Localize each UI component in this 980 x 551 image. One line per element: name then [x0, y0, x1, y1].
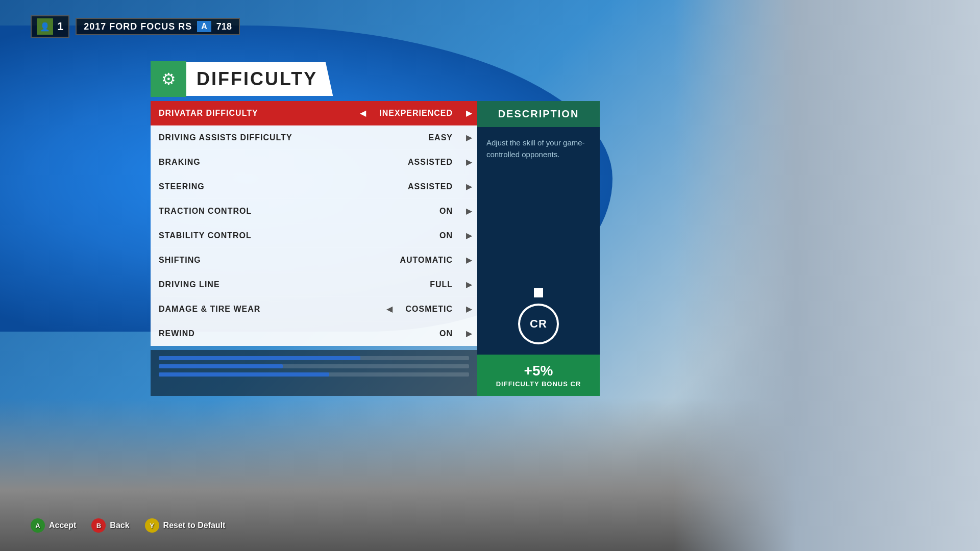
progress-row-2 — [159, 364, 469, 368]
driving-assists-arrow[interactable]: ▶ — [461, 126, 477, 149]
driving-line-value: FULL — [422, 280, 461, 289]
traction-control-row[interactable]: TRACTION CONTROL ON ▶ — [151, 199, 477, 223]
car-pi: 718 — [216, 21, 232, 32]
description-header: DESCRIPTION — [477, 101, 600, 127]
steering-label: STEERING — [151, 182, 400, 191]
progress-fill-2 — [159, 364, 283, 368]
driving-assists-value: EASY — [420, 133, 461, 142]
progress-row-1 — [159, 356, 469, 360]
steering-row[interactable]: STEERING ASSISTED ▶ — [151, 174, 477, 199]
rewind-label: REWIND — [151, 329, 431, 338]
rewind-row[interactable]: REWIND ON ▶ — [151, 321, 477, 346]
stability-control-label: STABILITY CONTROL — [151, 231, 431, 240]
right-background — [674, 0, 980, 551]
title-text-box: DIFFICULTY — [186, 62, 333, 96]
damage-tire-wear-row[interactable]: DAMAGE & TIRE WEAR ◀ COSMETIC ▶ — [151, 297, 477, 321]
progress-fill-1 — [159, 356, 360, 360]
cr-label: CR — [530, 317, 547, 331]
shifting-arrow[interactable]: ▶ — [461, 248, 477, 272]
main-panel: ⚙ DIFFICULTY DRIVATAR DIFFICULTY ◀ INEXP… — [151, 61, 600, 396]
steering-arrow[interactable]: ▶ — [461, 174, 477, 198]
drivatar-arrow-right[interactable]: ▶ — [461, 101, 477, 125]
car-info-badge: 2017 FORD FOCUS RS A 718 — [76, 18, 240, 35]
drivatar-value: INEXPERIENCED — [371, 109, 461, 118]
bonus-label: DIFFICULTY BONUS CR — [482, 380, 595, 388]
settings-list: DRIVATAR DIFFICULTY ◀ INEXPERIENCED ▶ DR… — [151, 101, 477, 396]
driving-assists-label: DRIVING ASSISTS DIFFICULTY — [151, 133, 420, 142]
settings-container: DRIVATAR DIFFICULTY ◀ INEXPERIENCED ▶ DR… — [151, 101, 600, 396]
stability-control-value: ON — [431, 231, 461, 240]
description-title: DESCRIPTION — [498, 108, 579, 119]
bonus-percent: +5% — [482, 363, 595, 379]
title-bar: ⚙ DIFFICULTY — [151, 61, 600, 97]
description-text: Adjust the skill of your game-controlled… — [486, 137, 591, 160]
page-title: DIFFICULTY — [197, 68, 317, 89]
progress-track-3 — [159, 372, 469, 377]
progress-fill-3 — [159, 372, 329, 377]
driving-line-row[interactable]: DRIVING LINE FULL ▶ — [151, 272, 477, 297]
braking-label: BRAKING — [151, 158, 400, 167]
traction-control-arrow[interactable]: ▶ — [461, 199, 477, 223]
accept-button[interactable]: A Accept — [31, 518, 76, 533]
description-body: Adjust the skill of your game-controlled… — [477, 127, 600, 278]
car-class: A — [197, 21, 211, 32]
player-badge: 👤 1 — [31, 15, 69, 38]
reset-button[interactable]: Y Reset to Default — [145, 518, 226, 533]
damage-tire-wear-arrow-left[interactable]: ◀ — [381, 297, 398, 321]
shifting-row[interactable]: SHIFTING AUTOMATIC ▶ — [151, 248, 477, 272]
progress-track-1 — [159, 356, 469, 360]
damage-tire-wear-value: COSMETIC — [398, 305, 461, 314]
stability-control-arrow[interactable]: ▶ — [461, 223, 477, 247]
title-icon-box: ⚙ — [151, 61, 186, 97]
braking-row[interactable]: BRAKING ASSISTED ▶ — [151, 150, 477, 174]
rewind-arrow[interactable]: ▶ — [461, 321, 477, 345]
shifting-value: AUTOMATIC — [391, 256, 461, 265]
traction-control-label: TRACTION CONTROL — [151, 207, 431, 216]
traction-control-value: ON — [431, 207, 461, 216]
drivatar-label: DRIVATAR DIFFICULTY — [151, 109, 355, 118]
player-number: 1 — [57, 20, 63, 33]
y-button-icon: Y — [145, 518, 159, 533]
damage-tire-wear-arrow-right[interactable]: ▶ — [461, 297, 477, 321]
back-button[interactable]: B Back — [91, 518, 129, 533]
car-name: 2017 FORD FOCUS RS — [84, 21, 192, 32]
rewind-value: ON — [431, 329, 461, 338]
back-label: Back — [110, 521, 129, 530]
top-bar: 👤 1 2017 FORD FOCUS RS A 718 — [31, 15, 240, 38]
braking-arrow[interactable]: ▶ — [461, 150, 477, 174]
description-panel: DESCRIPTION Adjust the skill of your gam… — [477, 101, 600, 396]
driving-line-label: DRIVING LINE — [151, 280, 422, 289]
stability-control-row[interactable]: STABILITY CONTROL ON ▶ — [151, 223, 477, 248]
progress-row-3 — [159, 372, 469, 377]
progress-track-2 — [159, 364, 469, 368]
cr-circle-icon: CR — [518, 304, 559, 344]
drivatar-arrow-left[interactable]: ◀ — [355, 101, 371, 125]
b-button-icon: B — [91, 518, 106, 533]
damage-tire-wear-label: DAMAGE & TIRE WEAR — [151, 305, 381, 314]
reset-label: Reset to Default — [163, 521, 226, 530]
braking-value: ASSISTED — [400, 158, 461, 167]
bottom-controls: A Accept B Back Y Reset to Default — [31, 518, 225, 533]
driving-line-arrow[interactable]: ▶ — [461, 272, 477, 296]
cr-square-icon — [534, 288, 543, 297]
progress-area — [151, 350, 477, 396]
drivatar-difficulty-row[interactable]: DRIVATAR DIFFICULTY ◀ INEXPERIENCED ▶ — [151, 101, 477, 126]
a-button-icon: A — [31, 518, 45, 533]
bonus-bar: +5% DIFFICULTY BONUS CR — [477, 355, 600, 396]
gear-icon: ⚙ — [161, 69, 176, 89]
player-icon: 👤 — [37, 18, 53, 35]
accept-label: Accept — [49, 521, 76, 530]
steering-value: ASSISTED — [400, 182, 461, 191]
cr-icon-area: CR — [477, 278, 600, 355]
driving-assists-row[interactable]: DRIVING ASSISTS DIFFICULTY EASY ▶ — [151, 126, 477, 150]
shifting-label: SHIFTING — [151, 256, 391, 265]
